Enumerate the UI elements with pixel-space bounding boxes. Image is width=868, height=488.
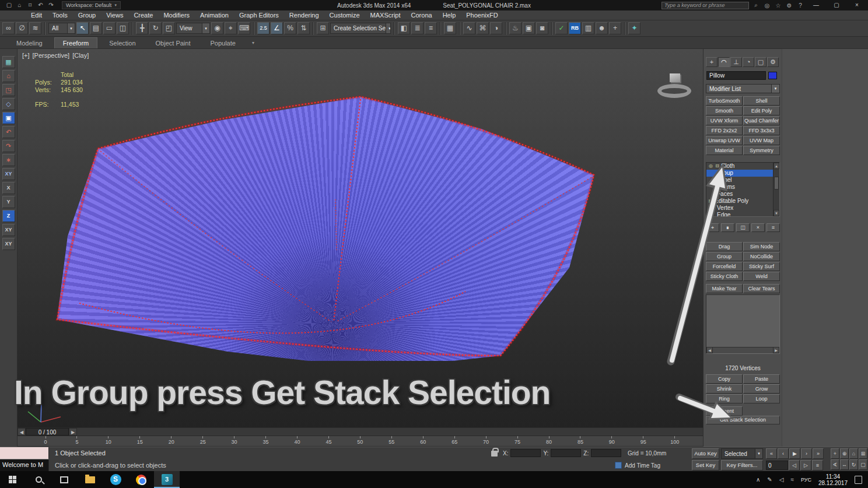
timeline-tick[interactable]: 40 bbox=[292, 436, 303, 446]
task-view-button[interactable] bbox=[51, 471, 77, 488]
select-object-icon[interactable]: ↖ bbox=[76, 22, 89, 34]
graphite-toggle-icon[interactable]: ▦ bbox=[444, 22, 456, 34]
create-tab-icon[interactable]: + bbox=[706, 57, 718, 67]
stack-item-cloth[interactable]: ◎ ⊟ Cloth bbox=[706, 163, 773, 170]
timeline-tick[interactable]: 45 bbox=[323, 436, 334, 446]
timeline-tick[interactable]: 20 bbox=[166, 436, 177, 446]
angle-snap-icon[interactable]: ∠ bbox=[271, 22, 283, 34]
shrink-button[interactable]: Shrink bbox=[706, 384, 743, 394]
timeline-tick[interactable]: 65 bbox=[449, 436, 460, 446]
ffd-3x3x3-button[interactable]: FFD 3x3x3 bbox=[743, 126, 780, 135]
timeline-tick[interactable]: 60 bbox=[417, 436, 429, 446]
scroll-left-icon[interactable]: ◀ bbox=[706, 347, 713, 353]
named-selection-sets-dropdown[interactable]: Create Selection Se▾ bbox=[330, 23, 391, 34]
ring-button[interactable]: Ring bbox=[706, 394, 743, 403]
stack-item-group[interactable]: Group bbox=[706, 170, 773, 177]
percent-snap-icon[interactable]: % bbox=[284, 22, 296, 34]
cloth-object[interactable] bbox=[52, 93, 601, 361]
previous-frame-button[interactable]: ◀ bbox=[18, 428, 26, 436]
get-stack-selection-button[interactable]: Get Stack Selection bbox=[706, 416, 780, 424]
select-and-move-icon[interactable]: ╋ bbox=[136, 22, 148, 34]
tab-modeling[interactable]: Modeling bbox=[8, 38, 51, 48]
display-tab-icon[interactable]: ▢ bbox=[755, 57, 766, 67]
bulb-icon[interactable]: ◎ bbox=[708, 163, 713, 170]
select-and-link-icon[interactable]: ∞ bbox=[2, 22, 15, 34]
menu-item-customize[interactable]: Customize bbox=[324, 12, 365, 19]
timeline-tick[interactable]: 35 bbox=[260, 436, 272, 446]
sticky-surf-button[interactable]: Sticky Surf bbox=[743, 262, 780, 271]
maxscript-listener-pink-line[interactable] bbox=[0, 447, 49, 459]
copy-button[interactable]: Copy bbox=[706, 374, 743, 384]
scroll-right-icon[interactable]: ▶ bbox=[773, 347, 779, 353]
scroll-down-icon[interactable]: ▼ bbox=[774, 210, 779, 216]
timeline-tick[interactable]: 55 bbox=[386, 436, 397, 446]
show-end-result-icon[interactable]: ∎ bbox=[721, 223, 734, 232]
add-plugin-icon[interactable]: + bbox=[609, 22, 621, 34]
drag-button[interactable]: Drag bbox=[706, 242, 743, 251]
utilities-tab-icon[interactable]: ⚙ bbox=[767, 57, 779, 67]
xy-plane-button-2[interactable]: XY bbox=[2, 238, 15, 250]
pan-icon[interactable]: ↔ bbox=[840, 459, 849, 470]
zoom-extents-icon[interactable]: ⌂ bbox=[849, 448, 858, 459]
menu-item-maxscript[interactable]: MAXScript bbox=[365, 12, 406, 19]
start-button[interactable] bbox=[0, 471, 26, 488]
spinner-snap-icon[interactable]: ⇅ bbox=[298, 22, 310, 34]
curve-editor-icon[interactable]: ∿ bbox=[463, 22, 475, 34]
reference-coordinate-dropdown[interactable]: View▾ bbox=[176, 23, 210, 34]
skype-button[interactable]: S bbox=[103, 471, 128, 488]
symmetry-button[interactable]: Symmetry bbox=[743, 146, 780, 155]
phoenixfd-icon[interactable]: ✦ bbox=[628, 22, 640, 34]
stack-item-editable-poly[interactable]: ▤ Editable Poly bbox=[706, 198, 773, 205]
previous-key-button[interactable]: ◁ bbox=[789, 460, 800, 471]
redo-arrow-icon[interactable]: ↷ bbox=[2, 140, 15, 152]
uvw-map-button[interactable]: UVW Map bbox=[743, 136, 780, 145]
timeline-tick[interactable]: 95 bbox=[638, 436, 649, 446]
configure-modifier-sets-icon[interactable]: ≡ bbox=[766, 223, 780, 232]
volume-icon[interactable]: ◁ bbox=[779, 476, 784, 483]
timeline-tick[interactable]: 70 bbox=[480, 436, 492, 446]
schematic-view-icon[interactable]: ⌘ bbox=[477, 22, 489, 34]
object-color-swatch[interactable] bbox=[768, 72, 777, 79]
x-constraint-button[interactable]: X bbox=[2, 182, 15, 194]
snaps-toggle-icon[interactable]: 2.5 bbox=[257, 22, 270, 34]
rendered-frame-icon[interactable]: ▣ bbox=[523, 22, 535, 34]
stack-item-faces[interactable]: Faces bbox=[706, 191, 773, 198]
viewport-menu-pov[interactable]: [Perspective] bbox=[33, 52, 70, 59]
window-crossing-icon[interactable]: ◫ bbox=[117, 22, 129, 34]
y-constraint-button[interactable]: Y bbox=[2, 196, 15, 208]
next-frame-button[interactable]: › bbox=[801, 448, 812, 459]
redo-icon[interactable]: ↷ bbox=[47, 1, 55, 9]
rectangular-selection-region-icon[interactable]: ▭ bbox=[103, 22, 116, 34]
key-mode-dropdown[interactable]: Selected ▾ bbox=[721, 448, 763, 459]
forcefield-button[interactable]: Forcefield bbox=[706, 262, 743, 271]
minimize-button[interactable]: — bbox=[807, 1, 825, 10]
set-key-button[interactable]: Set Key bbox=[692, 460, 719, 471]
xy-constraint-button[interactable]: XY bbox=[2, 168, 15, 180]
stack-item-edge[interactable]: Edge bbox=[706, 212, 773, 216]
y-coordinate-field[interactable] bbox=[551, 449, 581, 457]
undo-icon[interactable]: ↶ bbox=[36, 1, 45, 9]
render-production-icon[interactable]: ◙ bbox=[536, 22, 548, 34]
taskbar-clock[interactable]: 11:34 28.12.2017 bbox=[818, 473, 848, 486]
scrollbar-track[interactable] bbox=[713, 347, 773, 353]
save-file-icon[interactable]: ⌑ bbox=[26, 1, 34, 9]
viewport-menu-shading[interactable]: [Clay] bbox=[72, 52, 89, 59]
sticky-cloth-button[interactable]: Sticky Cloth bbox=[706, 272, 743, 281]
timeline-tick[interactable]: 30 bbox=[229, 436, 240, 446]
quad-chamfer-button[interactable]: Quad Chamfer bbox=[743, 116, 780, 125]
scrollbar-thumb[interactable] bbox=[774, 177, 779, 189]
sim-node-button[interactable]: Sim Node bbox=[743, 242, 780, 251]
tab-populate[interactable]: Populate bbox=[202, 38, 243, 48]
play-button[interactable]: ▶ bbox=[789, 448, 800, 459]
forestpack-icon[interactable]: ▥ bbox=[582, 22, 594, 34]
add-time-tag[interactable]: Add Time Tag bbox=[615, 462, 660, 469]
new-scene-icon[interactable]: ▢ bbox=[5, 1, 13, 9]
turbosmooth-button[interactable]: TurboSmooth bbox=[706, 96, 743, 106]
viewcube[interactable] bbox=[657, 73, 692, 101]
group-list-box[interactable]: ◀ ▶ bbox=[706, 294, 780, 354]
workspace-dropdown[interactable]: Workspace: Default▾ bbox=[62, 1, 121, 9]
timeline-tick[interactable]: 25 bbox=[197, 436, 209, 446]
ffd-2x2x2-button[interactable]: FFD 2x2x2 bbox=[706, 126, 743, 135]
open-file-icon[interactable]: ⌂ bbox=[15, 1, 24, 9]
corona-icon[interactable]: ✓ bbox=[555, 22, 568, 34]
